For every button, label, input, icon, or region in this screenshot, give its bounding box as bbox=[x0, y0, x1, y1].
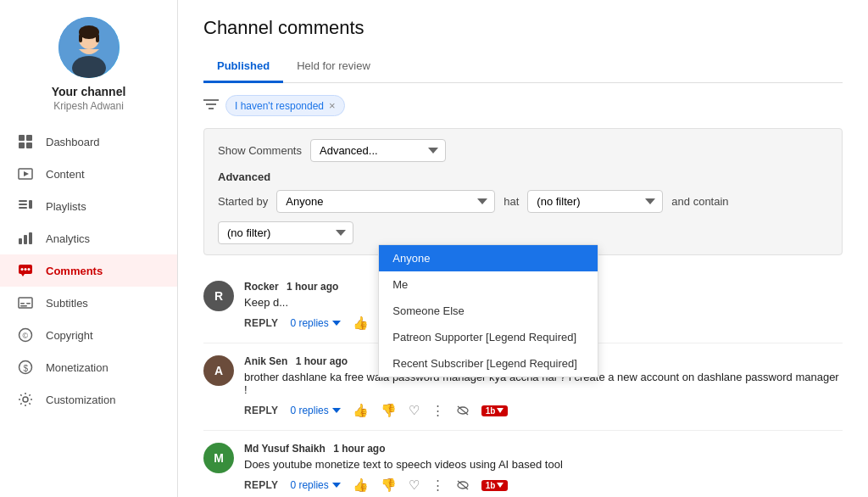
sidebar-item-playlists[interactable]: Playlists bbox=[0, 190, 177, 222]
dropdown-option-someone-else[interactable]: Someone Else bbox=[379, 298, 598, 324]
svg-point-20 bbox=[21, 268, 24, 271]
sidebar-item-analytics[interactable]: Analytics bbox=[0, 222, 177, 254]
comment-time: 1 hour ago bbox=[287, 281, 338, 293]
comment-avatar: A bbox=[203, 355, 234, 386]
svg-text:©: © bbox=[23, 332, 29, 340]
heart-icon[interactable]: ♡ bbox=[409, 403, 420, 418]
comment-author: Anik Sen bbox=[244, 355, 287, 367]
started-by-select[interactable]: Anyone Me Someone Else Patreon Supporter… bbox=[276, 190, 495, 213]
filter-chip-responded[interactable]: I haven't responded × bbox=[225, 95, 345, 116]
svg-rect-25 bbox=[26, 303, 31, 304]
sidebar-item-dashboard[interactable]: Dashboard bbox=[0, 126, 177, 158]
thumbs-down-icon[interactable]: 👎 bbox=[381, 477, 397, 493]
started-by-row: Started by Anyone Me Someone Else Patreo… bbox=[218, 190, 828, 244]
comment-time: 1 hour ago bbox=[296, 355, 348, 367]
dollar-icon: $ bbox=[17, 359, 34, 376]
tab-published[interactable]: Published bbox=[203, 51, 283, 83]
thumbs-up-icon[interactable]: 👍 bbox=[353, 316, 369, 331]
dropdown-option-recent-sub[interactable]: Recent Subscriber [Legend Required] bbox=[379, 350, 598, 377]
filter-icon[interactable] bbox=[203, 98, 219, 114]
tabs: Published Held for review bbox=[203, 51, 843, 83]
sidebar-item-label: Monetization bbox=[46, 361, 108, 374]
comment-header: Md Yusuf Shaikh 1 hour ago bbox=[244, 443, 843, 455]
svg-rect-13 bbox=[19, 204, 27, 205]
svg-rect-26 bbox=[20, 305, 27, 307]
filter-bar: I haven't responded × bbox=[203, 95, 843, 116]
filter-chip-remove[interactable]: × bbox=[329, 99, 336, 112]
comment-text: Does youtube monetize text to speech vid… bbox=[244, 458, 843, 471]
sidebar-item-label: Copyright bbox=[46, 329, 93, 342]
show-comments-select[interactable]: Advanced... bbox=[310, 139, 446, 162]
thumbs-up-icon[interactable]: 👍 bbox=[353, 403, 369, 418]
dropdown-option-anyone[interactable]: Anyone bbox=[379, 245, 598, 271]
comment-body: Md Yusuf Shaikh 1 hour ago Does youtube … bbox=[244, 443, 843, 493]
sidebar-item-content[interactable]: Content bbox=[0, 158, 177, 190]
hat-select[interactable]: (no filter) bbox=[527, 190, 663, 213]
channel-info: Your channel Kripesh Adwani bbox=[52, 17, 126, 112]
svg-text:$: $ bbox=[24, 364, 29, 373]
channel-subtitle: Kripesh Adwani bbox=[53, 100, 124, 112]
hide-icon[interactable] bbox=[456, 478, 470, 493]
started-by-dropdown-container: Anyone Me Someone Else Patreon Supporter… bbox=[276, 190, 495, 213]
svg-point-22 bbox=[28, 268, 31, 271]
sidebar-item-comments[interactable]: Comments bbox=[0, 254, 177, 287]
svg-rect-8 bbox=[19, 142, 25, 148]
copyright-icon: © bbox=[17, 327, 34, 343]
replies-count[interactable]: 0 replies bbox=[290, 405, 340, 416]
sidebar-item-monetization[interactable]: $ Monetization bbox=[0, 351, 177, 383]
dropdown-option-patreon[interactable]: Patreon Supporter [Legend Required] bbox=[379, 324, 598, 350]
list-icon bbox=[17, 198, 34, 215]
svg-rect-12 bbox=[19, 200, 27, 202]
heart-icon[interactable]: ♡ bbox=[409, 477, 420, 493]
svg-point-31 bbox=[23, 397, 28, 402]
comment-author: Rocker bbox=[244, 281, 279, 293]
channel-name: Your channel bbox=[52, 85, 126, 98]
sidebar-item-copyright[interactable]: © Copyright bbox=[0, 319, 177, 351]
svg-rect-15 bbox=[29, 200, 32, 209]
started-by-label: Started by bbox=[218, 195, 268, 208]
tab-held[interactable]: Held for review bbox=[283, 51, 384, 83]
comment-avatar: M bbox=[203, 443, 234, 473]
reply-button[interactable]: REPLY bbox=[244, 405, 278, 416]
sidebar-item-label: Content bbox=[46, 168, 85, 181]
tb-badge[interactable]: 1b bbox=[481, 480, 509, 491]
sidebar-item-label: Analytics bbox=[46, 232, 90, 245]
sidebar-item-label: Customization bbox=[46, 394, 115, 406]
svg-rect-24 bbox=[20, 303, 25, 304]
contain-select[interactable]: (no filter) bbox=[218, 221, 353, 244]
hide-icon[interactable] bbox=[456, 404, 470, 418]
comment-item: M Md Yusuf Shaikh 1 hour ago Does youtub… bbox=[203, 431, 843, 497]
show-comments-row: Show Comments Advanced... bbox=[218, 139, 828, 162]
more-icon[interactable]: ⋮ bbox=[431, 477, 444, 493]
advanced-filter-box: Show Comments Advanced... Advanced Start… bbox=[203, 128, 843, 255]
dropdown-option-me[interactable]: Me bbox=[379, 271, 598, 298]
bar-chart-icon bbox=[17, 230, 34, 247]
sidebar-item-label: Subtitles bbox=[46, 297, 88, 310]
channel-avatar bbox=[58, 17, 120, 78]
sidebar-item-label: Playlists bbox=[46, 200, 86, 213]
comment-icon bbox=[17, 262, 34, 279]
grid-icon bbox=[17, 133, 34, 150]
replies-count[interactable]: 0 replies bbox=[290, 479, 340, 491]
sidebar: Your channel Kripesh Adwani Dashboard Co… bbox=[0, 0, 178, 497]
replies-count[interactable]: 0 replies bbox=[290, 317, 340, 329]
main-content: Channel comments Published Held for revi… bbox=[178, 0, 868, 497]
comment-avatar: R bbox=[203, 281, 234, 311]
sidebar-item-customization[interactable]: Customization bbox=[0, 383, 177, 416]
svg-rect-16 bbox=[19, 238, 22, 244]
reply-button[interactable]: REPLY bbox=[244, 317, 278, 329]
sidebar-item-subtitles[interactable]: Subtitles bbox=[0, 287, 177, 319]
film-icon bbox=[17, 165, 34, 182]
page-title: Channel comments bbox=[203, 17, 843, 39]
tb-badge[interactable]: 1b bbox=[481, 405, 509, 416]
reply-button[interactable]: REPLY bbox=[244, 479, 278, 491]
more-icon[interactable]: ⋮ bbox=[431, 403, 444, 418]
subtitles-icon bbox=[17, 294, 34, 311]
comment-author: Md Yusuf Shaikh bbox=[244, 443, 326, 455]
thumbs-up-icon[interactable]: 👍 bbox=[353, 477, 369, 493]
started-by-dropdown: Anyone Me Someone Else Patreon Supporter… bbox=[378, 244, 598, 377]
thumbs-down-icon[interactable]: 👎 bbox=[381, 403, 397, 418]
and-contain-label: and contain bbox=[671, 195, 728, 208]
svg-marker-11 bbox=[24, 171, 29, 176]
svg-rect-5 bbox=[96, 34, 99, 42]
